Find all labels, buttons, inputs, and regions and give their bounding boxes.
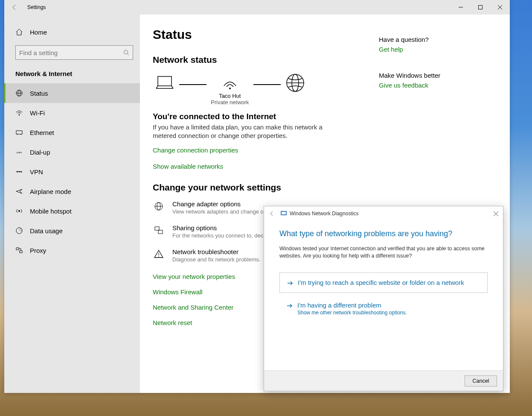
- nav-wifi-label: Wi-Fi: [30, 109, 45, 117]
- ethernet-icon: [15, 129, 23, 136]
- link-view-network-properties[interactable]: View your network properties: [153, 273, 235, 280]
- search-box[interactable]: [15, 45, 133, 60]
- nav-airplane[interactable]: Airplane mode: [4, 182, 140, 201]
- laptop-icon: [154, 74, 175, 92]
- svg-rect-1: [479, 6, 483, 9]
- svg-rect-19: [16, 248, 19, 250]
- link-windows-firewall[interactable]: Windows Firewall: [153, 288, 203, 296]
- troubleshoot-desc: Diagnose and fix network problems.: [172, 256, 261, 263]
- svg-point-4: [124, 50, 128, 54]
- svg-point-17: [18, 210, 20, 212]
- svg-rect-30: [158, 230, 163, 234]
- dialog-footer: Cancel: [264, 370, 503, 391]
- dialog-message: Windows tested your Internet connection …: [279, 245, 488, 260]
- window-controls: [451, 0, 510, 15]
- titlebar: Settings: [4, 0, 510, 15]
- proxy-icon: [15, 246, 23, 254]
- link-give-feedback[interactable]: Give us feedback: [379, 82, 481, 89]
- link-get-help[interactable]: Get help: [379, 46, 481, 53]
- globe-large-icon: [285, 73, 305, 93]
- nav-status[interactable]: Status: [4, 83, 140, 103]
- sidebar: Home Network & Internet Status Wi-Fi: [4, 15, 140, 393]
- svg-rect-21: [158, 76, 172, 86]
- network-type: Private network: [211, 99, 249, 105]
- svg-point-22: [229, 88, 231, 89]
- adapter-icon: [153, 200, 165, 215]
- network-name: Taco Hut: [219, 93, 241, 99]
- link-change-connection-properties[interactable]: Change connection properties: [153, 146, 238, 154]
- nav-proxy-label: Proxy: [30, 247, 46, 254]
- nav-dialup-label: Dial-up: [30, 149, 50, 156]
- connected-body: If you have a limited data plan, you can…: [153, 123, 332, 141]
- back-button[interactable]: [8, 0, 21, 14]
- search-icon: [123, 50, 129, 56]
- svg-point-32: [158, 256, 159, 257]
- page-title: Status: [153, 27, 379, 42]
- svg-line-5: [128, 54, 129, 56]
- wifi-signal-icon: [220, 73, 240, 91]
- nav-ethernet[interactable]: Ethernet: [4, 123, 140, 142]
- svg-rect-20: [20, 251, 22, 253]
- dialog-title: Windows Network Diagnostics: [290, 211, 358, 217]
- nav-wifi[interactable]: Wi-Fi: [4, 103, 140, 123]
- nav-vpn-label: VPN: [30, 168, 43, 176]
- svg-point-9: [19, 115, 20, 116]
- dialog-body: What type of networking problems are you…: [264, 221, 503, 370]
- dialog-heading: What type of networking problems are you…: [279, 229, 488, 238]
- nav-hotspot[interactable]: Mobile hotspot: [4, 201, 140, 221]
- choice1-text: I'm trying to reach a specific website o…: [298, 279, 464, 286]
- troubleshoot-icon: [153, 248, 165, 263]
- arrow-icon: [287, 280, 294, 287]
- have-question-heading: Have a question?: [379, 36, 481, 43]
- connection-line: [179, 84, 206, 85]
- close-button[interactable]: [490, 0, 510, 15]
- section-change-settings: Change your network settings: [153, 182, 379, 193]
- nav-vpn[interactable]: VPN: [4, 162, 140, 182]
- datausage-icon: [15, 227, 23, 234]
- hotspot-icon: [15, 207, 23, 215]
- diagnostics-dialog: Windows Network Diagnostics What type of…: [264, 206, 503, 391]
- dialog-back-button[interactable]: [267, 208, 277, 219]
- home-icon: [15, 28, 23, 36]
- nav-airplane-label: Airplane mode: [30, 188, 71, 195]
- home-nav[interactable]: Home: [4, 23, 140, 41]
- maximize-button[interactable]: [471, 0, 490, 15]
- vpn-icon: [15, 168, 23, 176]
- home-label: Home: [30, 29, 47, 36]
- link-show-available-networks[interactable]: Show available networks: [153, 163, 223, 170]
- nav-ethernet-label: Ethernet: [30, 129, 54, 136]
- network-diagram: Taco Hut Private network: [154, 73, 379, 106]
- choice-specific-website[interactable]: I'm trying to reach a specific website o…: [279, 272, 488, 293]
- choice-different-problem[interactable]: I'm having a different problem Show me o…: [279, 298, 488, 319]
- search-input[interactable]: [19, 49, 123, 56]
- choice2-subtext: Show me other network troubleshooting op…: [297, 310, 407, 316]
- category-header: Network & Internet: [4, 67, 140, 83]
- airplane-icon: [15, 187, 23, 195]
- link-network-reset[interactable]: Network reset: [153, 319, 192, 326]
- globe-icon: [15, 89, 23, 97]
- svg-rect-34: [282, 212, 286, 214]
- nav-proxy[interactable]: Proxy: [4, 240, 140, 260]
- dialog-titlebar: Windows Network Diagnostics: [264, 206, 503, 221]
- globe-node: [285, 73, 305, 106]
- window-title: Settings: [27, 4, 46, 10]
- wifi-node: Taco Hut Private network: [211, 73, 249, 105]
- laptop-node: [154, 74, 175, 105]
- section-network-status: Network status: [153, 55, 379, 65]
- nav-hotspot-label: Mobile hotspot: [30, 208, 72, 215]
- nav-dialup[interactable]: Dial-up: [4, 142, 140, 162]
- cancel-button[interactable]: Cancel: [465, 375, 497, 387]
- connection-line-2: [253, 84, 281, 85]
- nav-status-label: Status: [30, 90, 48, 97]
- link-network-sharing-center[interactable]: Network and Sharing Center: [153, 304, 233, 311]
- arrow-icon-2: [286, 302, 293, 309]
- svg-rect-29: [155, 227, 159, 230]
- nav-datausage[interactable]: Data usage: [4, 221, 140, 240]
- svg-rect-10: [16, 131, 22, 134]
- sharing-icon: [153, 224, 165, 239]
- dialog-app-icon: [280, 210, 287, 217]
- dialog-close-button[interactable]: [491, 209, 500, 218]
- choice2-text: I'm having a different problem: [297, 302, 407, 309]
- wifi-icon: [15, 109, 23, 117]
- minimize-button[interactable]: [451, 0, 471, 15]
